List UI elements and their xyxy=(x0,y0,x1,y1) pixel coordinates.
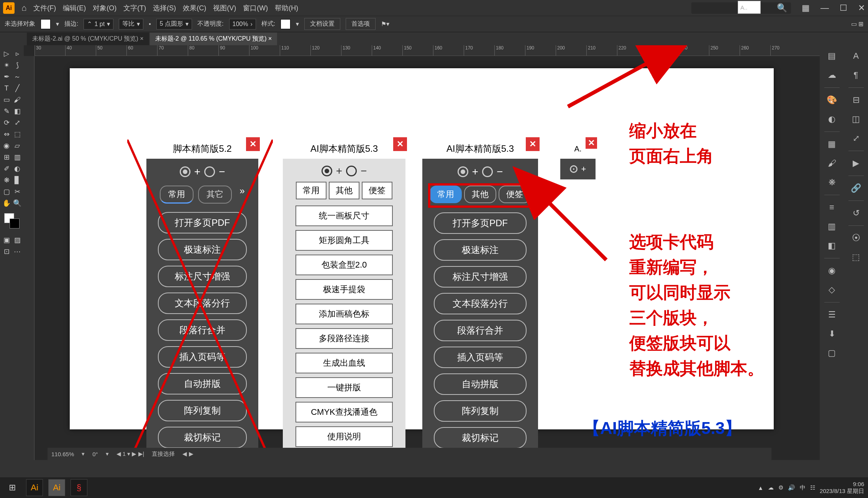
panel-53-light-btn[interactable]: 添加画稿色标 xyxy=(295,304,392,324)
taskbar-clock[interactable]: 9:06 2023/8/13 星期日 xyxy=(820,481,864,495)
tray-icon[interactable]: ☁ xyxy=(768,484,774,491)
fill-swatch[interactable] xyxy=(41,19,51,29)
zoom-level[interactable]: 110.65% xyxy=(51,451,74,457)
layers-panel-icon[interactable]: ☰ xyxy=(825,308,839,322)
type-tool[interactable]: T xyxy=(2,83,11,94)
panel-53-light-close[interactable]: ✕ xyxy=(393,137,407,151)
edit-toolbar-icon[interactable]: ⋯ xyxy=(12,246,22,257)
tray-icon[interactable]: 🔊 xyxy=(788,484,795,491)
asset-export-panel-icon[interactable]: ⬇ xyxy=(825,327,839,341)
panel-53-dark-btn[interactable]: 段落行合并 xyxy=(434,320,526,341)
gradient-tool[interactable]: ▥ xyxy=(12,152,22,163)
panel-53-light-tab-3[interactable]: 便签 xyxy=(362,182,392,199)
appearance-panel-icon[interactable]: ◉ xyxy=(825,264,839,278)
brushes-panel-icon[interactable]: 🖌 xyxy=(825,156,839,170)
artboard-tool[interactable]: ▢ xyxy=(2,186,11,197)
floating-search-box[interactable]: A.. xyxy=(738,1,761,14)
panel-53-light-btn[interactable]: 使用说明 xyxy=(295,426,392,447)
transparency-panel-icon[interactable]: ◧ xyxy=(825,239,839,253)
blend-tool[interactable]: ◐ xyxy=(12,163,22,174)
menu-help[interactable]: 帮助(H) xyxy=(275,3,298,13)
artboard-nav[interactable]: ◀ 1 ▾ ▶ ▶| xyxy=(116,450,144,457)
doc-tab-1[interactable]: 未标题-2.ai @ 50 % (CMYK/CPU 预览) × xyxy=(27,33,149,45)
flag-icon[interactable]: ⚑▾ xyxy=(381,20,389,28)
gradient-panel-icon[interactable]: ▥ xyxy=(825,220,839,233)
width-tool[interactable]: ⇔ xyxy=(2,129,11,140)
properties-panel-icon[interactable]: ▤ xyxy=(825,49,839,63)
panel-53-dark-close[interactable]: ✕ xyxy=(526,137,540,151)
panel-53-dark-btn[interactable]: 标注尺寸增强 xyxy=(434,266,526,288)
tray-icon[interactable]: ▲ xyxy=(758,485,763,491)
color-panel-icon[interactable]: 🎨 xyxy=(825,93,839,107)
menu-view[interactable]: 视图(V) xyxy=(213,3,236,13)
tray-icon[interactable]: ⚙ xyxy=(778,484,783,491)
hand-tool[interactable]: ✋ xyxy=(2,198,11,209)
rotate-tool[interactable]: ⟳ xyxy=(2,117,11,128)
panel-52-btn[interactable]: 自动拼版 xyxy=(158,373,247,394)
panel-collapse-icon[interactable]: ▭ ⊞ xyxy=(851,20,863,28)
lasso-tool[interactable]: ⟆ xyxy=(12,60,22,71)
stroke-weight-input[interactable]: ⌃1 pt▾ xyxy=(84,19,113,30)
menu-type[interactable]: 文字(T) xyxy=(123,3,146,13)
panel-53-dark-btn[interactable]: 打开多页PDF xyxy=(434,212,526,234)
panel-52-btn[interactable]: 极速标注 xyxy=(158,239,247,260)
panel-52-close[interactable]: ✕ xyxy=(246,137,260,151)
doc-tab-2[interactable]: 未标题-2 @ 110.65 % (CMYK/CPU 预览) × xyxy=(150,33,277,45)
libraries-panel-icon[interactable]: ☁ xyxy=(825,68,839,82)
menu-window[interactable]: 窗口(W) xyxy=(243,3,268,13)
css-panel-icon[interactable]: ⦿ xyxy=(849,231,863,245)
prefs-button[interactable]: 首选项 xyxy=(346,18,376,30)
panel-53-light-btn[interactable]: 包装盒型2.0 xyxy=(295,255,392,275)
free-transform-tool[interactable]: ⬚ xyxy=(12,129,22,140)
mesh-tool[interactable]: ⊞ xyxy=(2,152,11,163)
eyedropper-tool[interactable]: ✐ xyxy=(2,163,11,174)
canvas-area[interactable]: 3040506070809010011012013014015016017018… xyxy=(24,45,820,460)
transform-panel-icon[interactable]: ⤢ xyxy=(849,131,863,145)
line-tool[interactable]: ╱ xyxy=(12,83,22,94)
brush-select[interactable]: 5 点圆形▾ xyxy=(156,19,192,30)
fill-stroke-swatch[interactable] xyxy=(4,213,20,228)
panel-mini-radio-row[interactable]: + xyxy=(570,164,586,174)
tray-icon[interactable]: ☷ xyxy=(810,484,815,491)
panel-53-dark-btn[interactable]: 文本段落分行 xyxy=(434,293,526,314)
panel-52-btn[interactable]: 文本段落分行 xyxy=(158,293,247,314)
graphic-styles-panel-icon[interactable]: ◇ xyxy=(825,283,839,297)
gradient-mode-icon[interactable]: ▨ xyxy=(12,235,22,245)
paintbrush-tool[interactable]: 🖌 xyxy=(12,94,22,105)
panel-53-light-btn[interactable]: 一键拼版 xyxy=(295,377,392,398)
shape-builder-tool[interactable]: ◉ xyxy=(2,140,11,151)
panel-52-radio-row[interactable]: +− xyxy=(180,166,225,178)
opacity-input[interactable]: 100%› xyxy=(229,19,256,30)
panel-52-tab-1[interactable]: 常用 xyxy=(160,186,194,204)
zoom-tool[interactable]: 🔍 xyxy=(12,198,22,209)
home-icon[interactable]: ⌂ xyxy=(21,3,26,13)
history-panel-icon[interactable]: ↺ xyxy=(849,206,863,220)
uniform-select[interactable]: 等比▾ xyxy=(119,19,143,30)
eraser-tool[interactable]: ◧ xyxy=(12,106,22,117)
links-panel-icon[interactable]: 🔗 xyxy=(849,181,863,195)
slice-tool[interactable]: ✂ xyxy=(12,186,22,197)
scale-tool[interactable]: ⤢ xyxy=(12,117,22,128)
panel-mini-close[interactable]: ✕ xyxy=(586,137,597,149)
panel-53-light-btn[interactable]: 统一画板尺寸 xyxy=(295,205,392,226)
color-mode-icon[interactable]: ▣ xyxy=(2,235,11,245)
perspective-tool[interactable]: ▱ xyxy=(12,140,22,151)
panel-52-btn[interactable]: 裁切标记 xyxy=(158,427,247,448)
minimize-icon[interactable]: — xyxy=(820,3,829,13)
stroke-panel-icon[interactable]: ≡ xyxy=(825,201,839,214)
close-icon[interactable]: ✕ xyxy=(858,3,865,13)
panel-53-light-btn[interactable]: CMYK查找潘通色 xyxy=(295,402,392,422)
doc-setup-button[interactable]: 文档设置 xyxy=(304,18,340,30)
extra-panel-icon[interactable]: ⬚ xyxy=(849,250,863,264)
panel-53-light-tab-1[interactable]: 常用 xyxy=(296,182,327,199)
swatches-panel-icon[interactable]: ▦ xyxy=(825,137,839,151)
pen-tool[interactable]: ✒ xyxy=(2,71,11,82)
align-panel-icon[interactable]: ⊟ xyxy=(849,93,863,107)
panel-53-light-radio-row[interactable]: +− xyxy=(322,165,367,177)
shaper-tool[interactable]: ✎ xyxy=(2,106,11,117)
panel-53-light-btn[interactable]: 多段路径连接 xyxy=(295,328,392,349)
panel-53-dark-radio-row[interactable]: +− xyxy=(458,166,503,178)
color-guide-panel-icon[interactable]: ◐ xyxy=(825,112,839,126)
panel-52-btn[interactable]: 插入页码等 xyxy=(158,346,247,368)
start-button[interactable]: ⊞ xyxy=(4,479,21,496)
